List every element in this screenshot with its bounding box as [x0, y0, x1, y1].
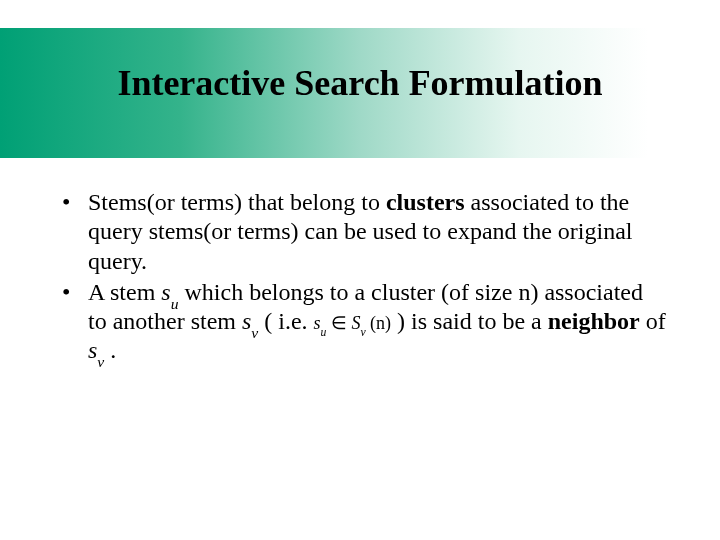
- text: ( i.e.: [258, 308, 313, 334]
- math-expr: su ∈ Sv (n): [314, 313, 392, 333]
- text: Stems(or terms) that belong to: [88, 189, 386, 215]
- sym: s: [314, 313, 321, 333]
- bold-clusters: clusters: [386, 189, 465, 215]
- sub: v: [97, 353, 104, 370]
- slide-title: Interactive Search Formulation: [0, 62, 720, 104]
- sym: s: [88, 337, 97, 363]
- sub: u: [321, 326, 327, 339]
- text: .: [104, 337, 116, 363]
- var-su: su: [161, 279, 178, 305]
- element-of-icon: ∈: [326, 313, 351, 333]
- slide-body: Stems(or terms) that belong to clusters …: [54, 188, 666, 368]
- sub: v: [360, 326, 365, 339]
- text: of: [640, 308, 666, 334]
- sub: v: [251, 324, 258, 341]
- bullet-list: Stems(or terms) that belong to clusters …: [54, 188, 666, 366]
- text: ) is said to be a: [391, 308, 548, 334]
- sub: u: [171, 295, 179, 312]
- text: A stem: [88, 279, 161, 305]
- var-sv: sv: [242, 308, 258, 334]
- bullet-item-2: A stem su which belongs to a cluster (of…: [54, 278, 666, 366]
- var-sv2: sv: [88, 337, 104, 363]
- bullet-item-1: Stems(or terms) that belong to clusters …: [54, 188, 666, 276]
- slide: Interactive Search Formulation Stems(or …: [0, 0, 720, 540]
- sym: s: [242, 308, 251, 334]
- bold-neighbor: neighbor: [548, 308, 640, 334]
- sym: s: [161, 279, 170, 305]
- arg: (n): [366, 313, 392, 333]
